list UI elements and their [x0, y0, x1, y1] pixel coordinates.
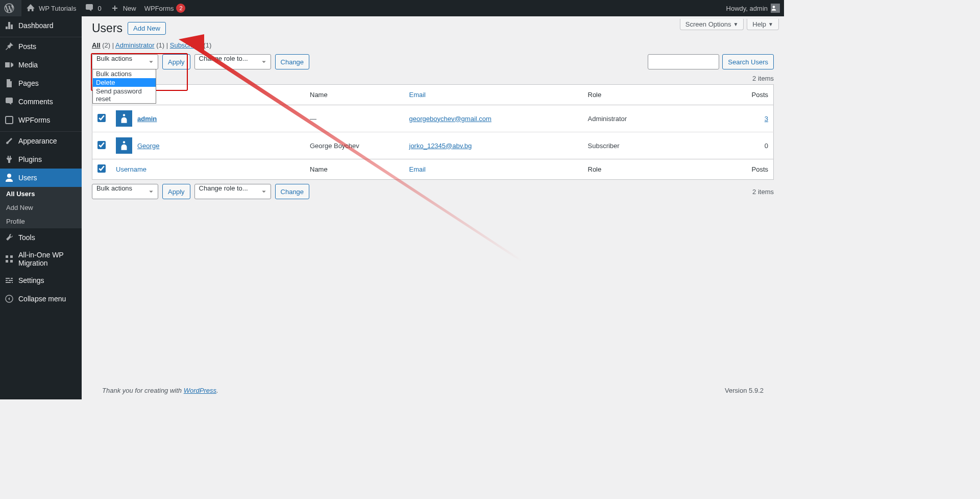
- form-icon: [4, 115, 14, 125]
- help-label: Help: [752, 20, 766, 28]
- col-posts[interactable]: Posts: [736, 85, 774, 105]
- account-menu[interactable]: Howdy, admin: [722, 0, 784, 16]
- new-content-link[interactable]: New: [106, 0, 140, 16]
- wp-logo-menu[interactable]: [0, 0, 21, 16]
- plugin-icon: [4, 154, 14, 164]
- add-new-button[interactable]: Add New: [128, 22, 166, 35]
- change-role-select-bottom[interactable]: Change role to...: [194, 184, 271, 199]
- table-row: admin — georgeboychev@gmail.com Administ…: [92, 105, 774, 132]
- name-cell: —: [305, 105, 404, 132]
- filter-subscriber[interactable]: Subscriber: [170, 41, 202, 49]
- svg-rect-1: [6, 116, 13, 124]
- filter-administrator[interactable]: Administrator: [115, 41, 155, 49]
- wpforms-label: WPForms: [144, 5, 174, 12]
- screen-options-label: Screen Options: [685, 20, 731, 28]
- filter-all[interactable]: All: [92, 41, 101, 49]
- menu-posts[interactable]: Posts: [0, 37, 82, 56]
- change-role-button-bottom[interactable]: Change: [275, 184, 310, 199]
- name-cell: George Boychev: [305, 132, 404, 159]
- menu-media[interactable]: Media: [0, 56, 82, 74]
- apply-bulk-button[interactable]: Apply: [162, 54, 190, 69]
- menu-label: Media: [18, 61, 38, 69]
- menu-collapse[interactable]: Collapse menu: [0, 290, 82, 308]
- new-label: New: [123, 5, 136, 12]
- media-icon: [4, 60, 14, 70]
- col-role[interactable]: Role: [583, 85, 736, 105]
- bulk-action-select-bottom[interactable]: Bulk actions: [92, 184, 158, 199]
- change-role-select[interactable]: Change role to...: [194, 54, 271, 69]
- posts-link[interactable]: 3: [765, 115, 768, 123]
- pin-icon: [4, 41, 14, 52]
- submenu-profile[interactable]: Profile: [0, 215, 82, 228]
- menu-users[interactable]: Users: [0, 169, 82, 187]
- email-link[interactable]: georgeboychev@gmail.com: [409, 115, 492, 123]
- bulk-action-dropdown: Bulk actions Delete Send password reset: [92, 69, 156, 104]
- tablenav-bottom: Bulk actions Apply Change role to... Cha…: [92, 184, 774, 199]
- col-name[interactable]: Name: [305, 159, 404, 180]
- col-username[interactable]: Username: [111, 159, 305, 180]
- col-email[interactable]: Email: [404, 85, 583, 105]
- wpforms-link[interactable]: WPForms 2: [140, 0, 190, 16]
- site-name: WP Tutorials: [39, 5, 76, 12]
- comments-link[interactable]: 0: [80, 0, 105, 16]
- col-email[interactable]: Email: [404, 159, 583, 180]
- role-filter-links: All (2) | Administrator (1) | Subscriber…: [92, 41, 774, 49]
- row-checkbox[interactable]: [97, 141, 106, 149]
- menu-appearance[interactable]: Appearance: [0, 132, 82, 150]
- bulk-action-select[interactable]: Bulk actions: [92, 54, 158, 69]
- col-posts[interactable]: Posts: [736, 159, 774, 180]
- menu-pages[interactable]: Pages: [0, 74, 82, 92]
- search-users-button[interactable]: Search Users: [722, 54, 774, 69]
- content-area: Screen Options▼ Help▼ Users Add New All …: [82, 16, 784, 399]
- submenu-all-users[interactable]: All Users: [0, 187, 82, 201]
- submenu-add-new[interactable]: Add New: [0, 201, 82, 215]
- row-checkbox[interactable]: [97, 114, 106, 122]
- table-row: George George Boychev jorko_12345@abv.bg…: [92, 132, 774, 159]
- filter-count: (1): [156, 41, 164, 49]
- screen-options-button[interactable]: Screen Options▼: [680, 19, 744, 30]
- select-all-bottom[interactable]: [97, 164, 106, 173]
- page-title: Users: [92, 21, 122, 35]
- col-role[interactable]: Role: [583, 159, 736, 180]
- username-link[interactable]: admin: [137, 115, 157, 123]
- menu-tools[interactable]: Tools: [0, 228, 82, 247]
- dashboard-icon: [4, 20, 14, 31]
- plus-icon: [110, 3, 120, 13]
- search-users-input[interactable]: [648, 54, 719, 69]
- menu-label: Pages: [18, 79, 39, 87]
- tablenav-top: Bulk actions Bulk actions Delete Send pa…: [92, 54, 774, 69]
- username-link[interactable]: George: [137, 142, 159, 150]
- comments-count: 0: [97, 5, 101, 12]
- menu-migration[interactable]: All-in-One WP Migration: [0, 247, 82, 271]
- avatar-icon: [771, 4, 780, 13]
- menu-settings[interactable]: Settings: [0, 271, 82, 290]
- menu-label: Appearance: [18, 137, 57, 145]
- bulk-option-send-password-reset[interactable]: Send password reset: [93, 87, 156, 103]
- svg-point-2: [7, 174, 11, 178]
- site-name-link[interactable]: WP Tutorials: [21, 0, 80, 16]
- bulk-option-delete[interactable]: Delete: [93, 78, 156, 87]
- svg-point-9: [123, 141, 125, 143]
- wordpress-icon: [4, 3, 14, 13]
- footer-text: Thank you for creating with: [102, 387, 184, 394]
- admin-footer: Thank you for creating with WordPress. V…: [92, 379, 774, 399]
- wordpress-link[interactable]: WordPress: [184, 387, 216, 394]
- menu-dashboard[interactable]: Dashboard: [0, 16, 82, 35]
- avatar-icon: [116, 137, 132, 154]
- menu-wpforms[interactable]: WPForms: [0, 111, 82, 129]
- col-name[interactable]: Name: [305, 85, 404, 105]
- menu-label: Users: [18, 174, 37, 182]
- apply-bulk-button-bottom[interactable]: Apply: [162, 184, 190, 199]
- email-link[interactable]: jorko_12345@abv.bg: [409, 142, 472, 150]
- menu-comments[interactable]: Comments: [0, 92, 82, 111]
- comment-icon: [4, 97, 14, 107]
- svg-rect-3: [6, 255, 8, 258]
- menu-label: Tools: [18, 233, 35, 242]
- menu-plugins[interactable]: Plugins: [0, 150, 82, 169]
- filter-count: (2): [102, 41, 110, 49]
- help-button[interactable]: Help▼: [747, 19, 779, 30]
- menu-label: Comments: [18, 98, 53, 106]
- change-role-button[interactable]: Change: [275, 54, 310, 69]
- brush-icon: [4, 136, 14, 146]
- bulk-option-bulk-actions[interactable]: Bulk actions: [93, 69, 156, 78]
